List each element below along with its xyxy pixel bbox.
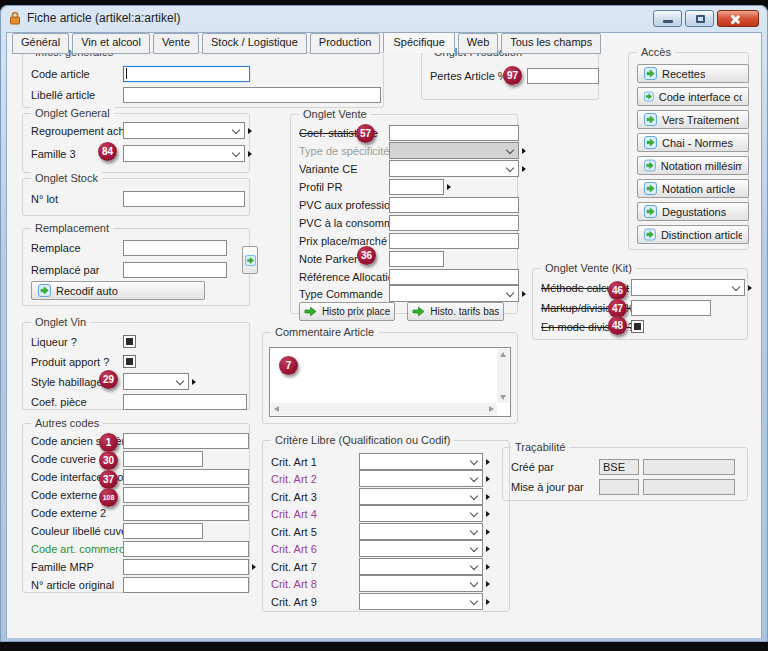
code-interface-coop-input[interactable] [123,469,249,485]
tab-specifique[interactable]: Spécifique [383,32,454,53]
liqueur-checkbox[interactable] [123,335,136,348]
markup-division-input[interactable] [631,300,711,316]
lookup-arrow-icon[interactable] [192,379,196,385]
vers-traitement-button[interactable]: Vers Traitement [637,110,749,129]
remplace-par-input[interactable] [123,262,227,278]
couleur-libelle-cuverie-label: Couleur libellé cuverie [31,525,123,537]
degustations-button[interactable]: Degustations [637,202,749,221]
chevron-down-icon [470,579,478,587]
crit-art6-select[interactable] [359,540,483,557]
code-interface-coop-button[interactable]: Code interface coop ta [637,87,749,106]
recettes-button[interactable]: Recettes [637,64,749,83]
couleur-libelle-cuverie-input[interactable] [123,523,203,539]
pertes-article-input[interactable] [527,68,599,84]
scroll-down-icon[interactable] [500,395,506,400]
lookup-arrow-icon[interactable] [248,128,252,134]
methode-calcul-kit-select[interactable] [631,279,745,296]
famille-mrp-input[interactable] [123,559,249,575]
remplace-input[interactable] [123,240,227,256]
lookup-arrow-icon[interactable] [522,166,526,172]
crit-art7-select[interactable] [359,558,483,575]
lock-icon [9,11,21,25]
lookup-arrow-icon[interactable] [447,184,451,190]
chai-normes-button[interactable]: Chai - Normes [637,133,749,152]
vertical-scrollbar[interactable] [497,349,509,403]
crit-art4-select[interactable] [359,505,483,522]
tab-general[interactable]: Général [12,33,69,54]
note-parker-input[interactable] [389,251,444,267]
group-infos-generales: Infos. générales Code article Libellé ar… [22,52,384,108]
lookup-arrow-icon[interactable] [252,564,256,570]
crit-art8-select[interactable] [359,575,483,592]
tab-stock-logistique[interactable]: Stock / Logistique [202,33,307,54]
pvc-conso-input[interactable] [389,215,519,231]
prix-place-input[interactable] [389,233,519,249]
annotation-badge-style-habillage: 29 [99,370,118,389]
crit-art9-select[interactable] [359,593,483,610]
profil-pr-input[interactable] [389,179,444,195]
tab-vente[interactable]: Vente [153,33,199,54]
lookup-arrow-icon[interactable] [748,285,752,291]
code-externe2-input[interactable] [123,505,249,521]
titlebar[interactable]: Fiche article (artikel:a:artikel) [0,5,768,31]
commentaire-article-textarea[interactable] [269,347,511,417]
lookup-arrow-icon[interactable] [486,476,490,482]
en-mode-division-checkbox[interactable] [631,320,644,333]
tab-production[interactable]: Production [310,33,381,54]
lookup-arrow-icon[interactable] [486,599,490,605]
lookup-arrow-icon[interactable] [522,148,526,154]
lookup-arrow-icon[interactable] [486,581,490,587]
pvc-pro-input[interactable] [389,197,519,213]
reference-allocation-input[interactable] [389,269,519,285]
code-art-commercial-input[interactable] [123,541,249,557]
histo-prix-place-button[interactable]: Histo prix place [299,302,395,321]
variante-ce-select[interactable] [389,160,519,177]
type-commande-select[interactable] [389,285,519,302]
lookup-arrow-icon[interactable] [486,564,490,570]
lookup-arrow-icon[interactable] [248,151,252,157]
lookup-arrow-icon[interactable] [486,511,490,517]
code-cuverie-input[interactable] [123,451,203,467]
horizontal-scrollbar[interactable] [271,403,497,415]
famille3-select[interactable] [123,145,245,162]
crit-art5-select[interactable] [359,523,483,540]
scroll-right-icon[interactable] [489,406,494,412]
distinction-articles-button[interactable]: Distinction articles [637,225,749,244]
lookup-arrow-icon[interactable] [486,494,490,500]
lookup-arrow-icon[interactable] [522,291,526,297]
lookup-arrow-icon[interactable] [486,529,490,535]
tab-web[interactable]: Web [458,33,498,54]
coef-statistique-input[interactable] [389,125,519,141]
close-button[interactable] [717,10,759,27]
crit-art2-select[interactable] [359,470,483,487]
regroupement-achat-select[interactable] [123,122,245,139]
recodif-auto-button[interactable]: Recodif auto [31,281,205,300]
group-autres-codes: Autres codes Code ancien système Code cu… [22,423,250,593]
style-habillage-select[interactable] [123,373,189,390]
notation-article-button[interactable]: Notation article [637,179,749,198]
scroll-up-icon[interactable] [500,352,506,357]
group-critere-libre: Critère Libre (Qualification ou Codif) C… [262,440,510,612]
minimize-button[interactable] [653,10,682,27]
lookup-arrow-icon[interactable] [486,459,490,465]
libelle-article-input[interactable] [123,87,381,103]
maximize-button[interactable] [685,10,714,27]
crit-art1-select[interactable] [359,453,483,470]
lookup-arrow-icon[interactable] [486,546,490,552]
crit-art3-select[interactable] [359,488,483,505]
code-article-input[interactable] [123,66,250,82]
go-icon [644,136,657,149]
coef-piece-input[interactable] [123,394,247,410]
chevron-down-icon [732,283,740,291]
code-externe-input[interactable] [123,487,249,503]
code-ancien-systeme-input[interactable] [123,433,249,449]
notation-millesime-button[interactable]: Notation millésime [637,156,749,175]
histo-tarifs-bas-button[interactable]: Histo. tarifs bas [407,302,504,321]
produit-apport-checkbox[interactable] [123,355,136,368]
n-article-original-input[interactable] [123,577,249,593]
tab-vin-et-alcool[interactable]: Vin et alcool [72,33,150,54]
n-lot-input[interactable] [123,191,245,207]
scroll-left-icon[interactable] [274,406,279,412]
tab-tous-les-champs[interactable]: Tous les champs [501,33,601,54]
remplacement-go-button[interactable] [242,246,258,274]
